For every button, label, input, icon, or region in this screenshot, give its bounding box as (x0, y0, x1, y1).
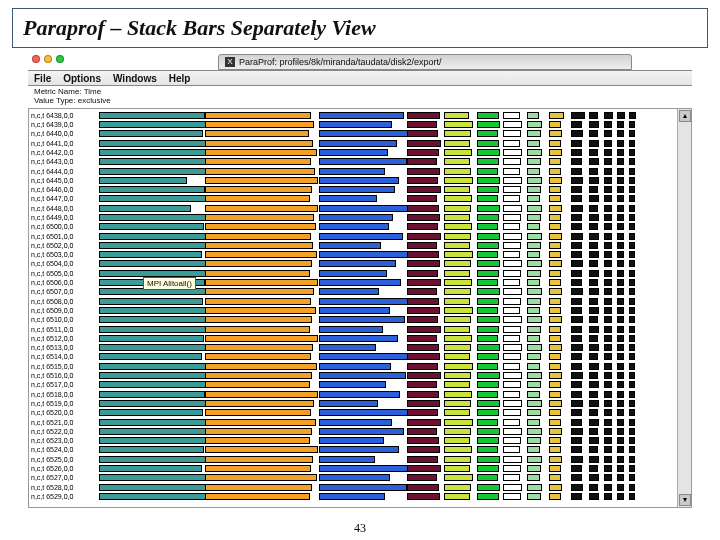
bar-segment[interactable] (604, 288, 612, 295)
bar-segment[interactable] (629, 353, 635, 360)
bar-segment[interactable] (477, 335, 498, 342)
bar-segment[interactable] (527, 316, 542, 323)
bar-segment[interactable] (503, 130, 521, 137)
bar-segment[interactable] (604, 130, 612, 137)
row-lane[interactable] (93, 177, 677, 184)
bar-segment[interactable] (589, 400, 599, 407)
bar-segment[interactable] (549, 428, 562, 435)
bar-segment[interactable] (407, 298, 439, 305)
bar-segment[interactable] (407, 381, 437, 388)
bar-segment[interactable] (477, 112, 499, 119)
bar-segment[interactable] (477, 372, 500, 379)
bar-segment[interactable] (319, 121, 392, 128)
bar-segment[interactable] (444, 465, 470, 472)
bar-segment[interactable] (527, 214, 541, 221)
bar-segment[interactable] (444, 140, 470, 147)
bar-segment[interactable] (527, 168, 540, 175)
bar-segment[interactable] (589, 121, 599, 128)
bar-segment[interactable] (629, 214, 635, 221)
bar-segment[interactable] (407, 130, 438, 137)
bar-segment[interactable] (604, 242, 612, 249)
row-lane[interactable] (93, 214, 677, 221)
bar-segment[interactable] (503, 251, 520, 258)
bar-segment[interactable] (571, 493, 582, 500)
bar-segment[interactable] (477, 484, 500, 491)
table-row[interactable]: n,c,t 6506,0,0 (29, 278, 677, 287)
bar-segment[interactable] (571, 465, 582, 472)
bar-segment[interactable] (99, 149, 206, 156)
row-lane[interactable] (93, 484, 677, 491)
bar-segment[interactable] (629, 260, 635, 267)
table-row[interactable]: n,c,t 6440,0,0 (29, 129, 677, 138)
bar-segment[interactable] (604, 419, 612, 426)
bar-segment[interactable] (407, 372, 441, 379)
bar-segment[interactable] (205, 260, 312, 267)
row-lane[interactable] (93, 130, 677, 137)
bar-segment[interactable] (407, 363, 438, 370)
bar-segment[interactable] (503, 465, 521, 472)
bar-segment[interactable] (407, 428, 437, 435)
bar-segment[interactable] (319, 372, 406, 379)
bar-segment[interactable] (571, 344, 583, 351)
bar-segment[interactable] (407, 316, 438, 323)
bar-segment[interactable] (549, 279, 561, 286)
bar-segment[interactable] (604, 409, 612, 416)
bar-segment[interactable] (205, 233, 311, 240)
bar-segment[interactable] (444, 400, 471, 407)
bar-segment[interactable] (407, 260, 440, 267)
bar-segment[interactable] (604, 186, 612, 193)
bar-segment[interactable] (477, 363, 498, 370)
row-lane[interactable] (93, 391, 677, 398)
bar-segment[interactable] (477, 409, 499, 416)
bar-segment[interactable] (444, 437, 470, 444)
bar-segment[interactable] (527, 419, 540, 426)
bar-segment[interactable] (617, 186, 624, 193)
bar-segment[interactable] (319, 223, 389, 230)
bar-segment[interactable] (503, 186, 521, 193)
bar-segment[interactable] (407, 112, 440, 119)
bar-segment[interactable] (549, 288, 562, 295)
bar-segment[interactable] (549, 270, 561, 277)
menu-windows[interactable]: Windows (113, 73, 157, 84)
bar-segment[interactable] (444, 316, 471, 323)
bar-segment[interactable] (99, 493, 213, 500)
bar-segment[interactable] (407, 195, 437, 202)
bar-segment[interactable] (503, 242, 521, 249)
bar-segment[interactable] (527, 326, 541, 333)
bar-segment[interactable] (604, 260, 612, 267)
bar-segment[interactable] (99, 484, 207, 491)
bar-segment[interactable] (629, 326, 635, 333)
row-lane[interactable] (93, 372, 677, 379)
row-lane[interactable] (93, 205, 677, 212)
bar-segment[interactable] (629, 474, 635, 481)
bar-segment[interactable] (527, 446, 540, 453)
bar-segment[interactable] (99, 316, 206, 323)
bar-segment[interactable] (205, 158, 311, 165)
bar-segment[interactable] (604, 149, 612, 156)
bar-segment[interactable] (629, 493, 635, 500)
bar-segment[interactable] (571, 456, 583, 463)
bar-segment[interactable] (629, 307, 635, 314)
bar-segment[interactable] (205, 288, 314, 295)
bar-segment[interactable] (205, 242, 313, 249)
bar-segment[interactable] (589, 372, 598, 379)
table-row[interactable]: n,c,t 6504,0,0 (29, 259, 677, 268)
bar-segment[interactable] (527, 353, 541, 360)
table-row[interactable]: n,c,t 6513,0,0 (29, 343, 677, 352)
bar-segment[interactable] (617, 391, 624, 398)
bar-segment[interactable] (604, 474, 612, 481)
bar-segment[interactable] (589, 353, 598, 360)
bar-segment[interactable] (407, 446, 440, 453)
bar-segment[interactable] (477, 456, 500, 463)
bar-segment[interactable] (477, 260, 500, 267)
bar-segment[interactable] (319, 140, 397, 147)
bar-segment[interactable] (629, 242, 635, 249)
bar-segment[interactable] (407, 223, 438, 230)
bar-segment[interactable] (549, 121, 561, 128)
bar-segment[interactable] (99, 233, 210, 240)
bar-segment[interactable] (604, 465, 612, 472)
bar-segment[interactable] (629, 400, 635, 407)
bar-segment[interactable] (407, 326, 441, 333)
bar-segment[interactable] (629, 335, 635, 342)
bar-segment[interactable] (549, 158, 561, 165)
